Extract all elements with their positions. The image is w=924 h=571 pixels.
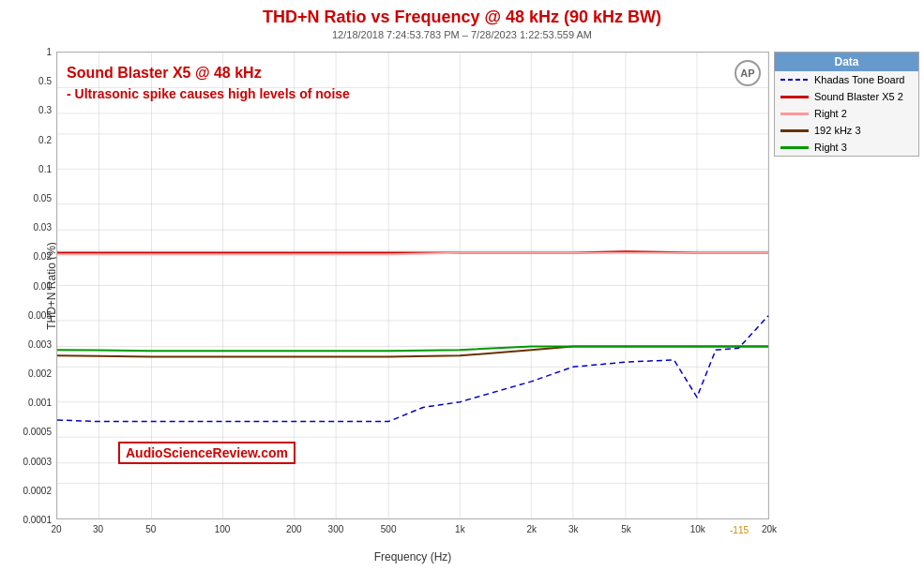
legend: Data Khadas Tone BoardSound Blaster X5 2… [774, 52, 919, 157]
y-tick-left: 0.0001 [23, 515, 52, 525]
y-tick-left: 0.001 [28, 398, 52, 408]
legend-item: Right 3 [775, 139, 918, 156]
chart-title: THD+N Ratio vs Frequency @ 48 kHz (90 kH… [0, 0, 924, 27]
y-tick-left: 0.1 [38, 163, 52, 173]
x-tick: 200 [286, 524, 302, 534]
y-tick-left: 0.05 [34, 192, 52, 203]
x-tick: 1k [455, 524, 465, 534]
x-tick: 50 [145, 524, 156, 534]
legend-item: Sound Blaster X5 2 [775, 88, 918, 105]
x-tick: 100 [215, 524, 231, 534]
legend-item: 192 kHz 3 [775, 122, 918, 139]
y-tick-left: 0.002 [28, 368, 52, 379]
x-axis-label: Frequency (Hz) [56, 550, 769, 563]
y-tick-left: 0.01 [34, 280, 52, 291]
y-tick-left: 0.0002 [23, 485, 52, 495]
x-tick: 300 [328, 524, 344, 534]
annotation: Sound Blaster X5 @ 48 kHz - Ultrasonic s… [67, 62, 350, 104]
x-tick: 3k [568, 524, 579, 534]
chart-container: THD+N Ratio vs Frequency @ 48 kHz (90 kH… [0, 0, 924, 571]
legend-item: Right 2 [775, 105, 918, 122]
x-ticks: 2030501002003005001k2k3k5k10k20k [56, 524, 769, 541]
chart-plot-area: Sound Blaster X5 @ 48 kHz - Ultrasonic s… [56, 52, 769, 519]
x-tick: 20k [762, 524, 777, 534]
x-tick: 30 [93, 524, 103, 534]
watermark: AudioScienceReview.com [118, 442, 295, 464]
legend-item: Khadas Tone Board [775, 71, 918, 88]
x-tick: 10k [690, 524, 705, 534]
legend-title: Data [775, 53, 918, 71]
ap-badge: AP [735, 60, 761, 86]
y-tick-left: 0.3 [38, 105, 52, 115]
y-tick-left: 0.003 [28, 338, 52, 349]
y-tick-left: 0.5 [38, 76, 52, 86]
x-tick: 5k [621, 524, 631, 534]
y-tick-left: 0.005 [28, 309, 52, 320]
chart-date-range: 12/18/2018 7:24:53.783 PM – 7/28/2023 1:… [0, 29, 924, 40]
y-tick-left: 0.2 [38, 134, 52, 144]
y-tick-left: 1 [46, 47, 52, 57]
y-tick-left: 0.0003 [23, 456, 52, 466]
y-ticks-left: 10.50.30.20.10.050.030.020.010.0050.0030… [0, 52, 54, 519]
x-tick: 20 [51, 524, 61, 534]
x-tick: 2k [526, 524, 537, 534]
y-tick-left: 0.02 [34, 251, 52, 262]
y-tick-left: 0.0005 [23, 427, 52, 437]
x-tick: 500 [381, 524, 397, 534]
y-tick-left: 0.03 [34, 222, 52, 233]
